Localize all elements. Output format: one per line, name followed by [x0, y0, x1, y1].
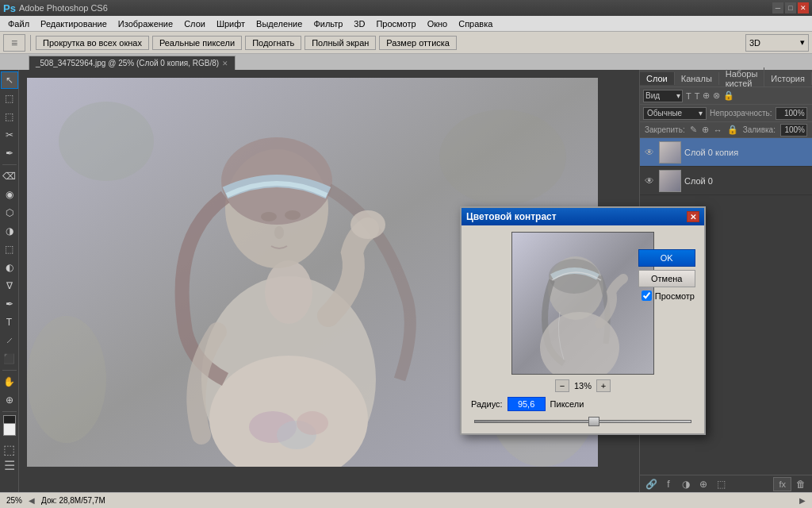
lock-position-icon[interactable]: ⊕	[702, 125, 709, 135]
filter-effect-icon[interactable]: T	[695, 91, 700, 101]
fill-label: Заливка:	[743, 125, 776, 134]
svg-point-4	[27, 316, 106, 443]
close-button[interactable]: ✕	[798, 2, 809, 13]
layer-item[interactable]: 👁 Слой 0 копия	[640, 138, 812, 167]
create-adjustment-button[interactable]: ⬚	[713, 477, 729, 491]
menu-select[interactable]: Выделение	[251, 17, 307, 30]
fill-input[interactable]: 100%	[780, 124, 807, 137]
clone-stamp-tool[interactable]: ⬡	[1, 204, 18, 221]
high-pass-dialog: Цветовой контраст ✕ OK Отмена Просмотр	[460, 206, 706, 435]
type-tool[interactable]: T	[1, 314, 18, 331]
dialog-ok-button[interactable]: OK	[638, 249, 695, 267]
layers-tab[interactable]: Слои	[640, 72, 675, 85]
menu-window[interactable]: Окно	[423, 17, 453, 30]
lock-row: Закрепить: ✎ ⊕ ↔ 🔒 Заливка: 100%	[640, 122, 812, 138]
fullscreen-button[interactable]: Полный экран	[304, 36, 376, 50]
status-bar: 25% ◀ Док: 28,8М/57,7М ▶	[0, 492, 812, 508]
gradient-tool[interactable]: ◐	[1, 259, 18, 276]
link-layers-button[interactable]: 🔗	[643, 477, 659, 491]
menu-filter[interactable]: Фильтр	[308, 17, 347, 30]
preview-label: Просмотр	[655, 291, 695, 301]
minimize-button[interactable]: ─	[772, 2, 783, 13]
delete-layer-button[interactable]: 🗑	[793, 477, 809, 491]
tool-preset-button[interactable]: ≡	[3, 34, 25, 52]
filter-color-icon[interactable]: 🔒	[723, 90, 734, 101]
brush-tool[interactable]: ◉	[1, 186, 18, 203]
print-size-button[interactable]: Размер оттиска	[379, 36, 457, 50]
menu-image[interactable]: Изображение	[113, 17, 178, 30]
preview-checkbox[interactable]	[642, 291, 652, 301]
threed-dropdown[interactable]: 3D ▾	[745, 34, 809, 52]
radius-slider[interactable]	[474, 416, 691, 427]
dialog-close-button[interactable]: ✕	[687, 211, 699, 222]
document-tab[interactable]: _508_34752964.jpg @ 25% (Слой 0 копия, R…	[29, 56, 236, 70]
dodge-tool[interactable]: ∇	[1, 277, 18, 294]
menu-edit[interactable]: Редактирование	[36, 17, 112, 30]
layer-name: Слой 0	[684, 176, 809, 186]
menu-file[interactable]: Файл	[3, 17, 34, 30]
menu-help[interactable]: Справка	[454, 17, 497, 30]
scroll-all-windows-button[interactable]: Прокрутка во всех окнах	[36, 36, 149, 50]
healing-brush-tool[interactable]: ⌫	[1, 167, 18, 185]
panel-tabs: Слои Каналы Наборы кистей История ≡	[640, 70, 812, 87]
add-style-button[interactable]: f	[661, 477, 676, 491]
crop-tool[interactable]: ✂	[1, 126, 18, 144]
eyedropper-tool[interactable]: ✒	[1, 144, 18, 162]
lasso-tool[interactable]: ⬚	[1, 90, 18, 107]
history-tab[interactable]: История	[764, 72, 812, 85]
fx-button[interactable]: fx	[773, 477, 791, 491]
panel-search: Вид ▾ T T ⊕ ⊗ 🔒	[640, 87, 812, 105]
filter-mode-icon[interactable]: ⊕	[703, 90, 710, 101]
lock-pixels-icon[interactable]: ✎	[690, 125, 697, 135]
create-group-button[interactable]: ⊕	[695, 477, 711, 491]
path-selection-tool[interactable]: ⟋	[1, 332, 18, 349]
lock-all-icon[interactable]: 🔒	[727, 125, 738, 135]
menu-font[interactable]: Шрифт	[212, 17, 250, 30]
history-brush-tool[interactable]: ◑	[1, 222, 18, 240]
dialog-preview-area	[511, 232, 654, 375]
layer-filter-dropdown[interactable]: Вид ▾	[643, 90, 683, 102]
nav-next-icon[interactable]: ▶	[799, 496, 806, 505]
layer-item[interactable]: 👁 Слой 0	[640, 167, 812, 195]
screen-mode[interactable]: ☰	[4, 458, 15, 473]
menu-3d[interactable]: 3D	[349, 17, 370, 30]
filter-attribute-icon[interactable]: ⊗	[713, 90, 720, 101]
dialog-preview-row: Просмотр	[638, 291, 698, 301]
nav-prev-icon[interactable]: ◀	[29, 496, 35, 505]
add-mask-button[interactable]: ◑	[678, 477, 694, 491]
tab-close-icon[interactable]: ✕	[222, 60, 228, 67]
pen-tool[interactable]: ✒	[1, 295, 18, 313]
menu-layers[interactable]: Слои	[179, 17, 210, 30]
zoom-level: 25%	[6, 496, 22, 505]
title-bar: Ps Adobe Photoshop CS6 ─ □ ✕	[0, 0, 812, 16]
brushes-tab[interactable]: Наборы кистей	[719, 67, 765, 90]
layer-visibility-icon[interactable]: 👁	[643, 146, 656, 159]
zoom-tool[interactable]: ⊕	[1, 391, 18, 409]
actual-pixels-button[interactable]: Реальные пиксели	[152, 36, 242, 50]
blend-mode-dropdown[interactable]: Обычные ▾	[643, 107, 707, 120]
layer-visibility-icon[interactable]: 👁	[643, 175, 656, 187]
svg-point-14	[285, 210, 301, 220]
radius-input[interactable]: 95,6	[508, 397, 546, 411]
zoom-percentage: 13%	[574, 381, 592, 391]
quick-mask-mode[interactable]: ⬚	[3, 442, 15, 457]
lock-move-icon[interactable]: ↔	[714, 125, 722, 135]
menu-view[interactable]: Просмотр	[371, 17, 420, 30]
zoom-out-button[interactable]: −	[555, 379, 569, 392]
radius-label: Радиус:	[471, 399, 503, 409]
eraser-tool[interactable]: ⬚	[1, 241, 18, 258]
quick-selection-tool[interactable]: ⬚	[1, 108, 18, 125]
fit-button[interactable]: Подогнать	[245, 36, 301, 50]
document-info: Док: 28,8М/57,7М	[41, 496, 793, 505]
filter-type-icon[interactable]: T	[686, 91, 691, 101]
hand-tool[interactable]: ✋	[1, 373, 18, 391]
dialog-buttons: OK Отмена Просмотр	[638, 249, 698, 301]
zoom-in-button[interactable]: +	[596, 379, 611, 392]
channels-tab[interactable]: Каналы	[675, 72, 719, 85]
move-tool[interactable]: ↖	[1, 71, 18, 89]
maximize-button[interactable]: □	[785, 2, 796, 13]
shape-tool[interactable]: ⬛	[1, 350, 18, 368]
opacity-input[interactable]: 100%	[776, 107, 807, 120]
dialog-cancel-button[interactable]: Отмена	[638, 270, 695, 287]
background-color[interactable]	[3, 423, 16, 436]
